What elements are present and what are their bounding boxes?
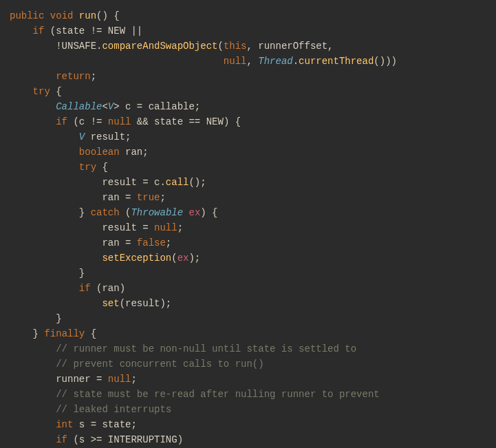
code-line: if (state != NEW || <box>10 25 142 36</box>
code-token: compareAndSwapObject <box>102 41 217 52</box>
code-token: result = c. <box>102 177 165 188</box>
code-token: result = <box>102 222 154 233</box>
code-line: V result; <box>10 131 131 142</box>
code-line: boolean ran; <box>10 147 149 158</box>
code-token: void <box>50 10 74 21</box>
code-token: boolean <box>79 147 120 158</box>
code-line: null, Thread.currentThread())) <box>10 56 397 67</box>
code-token: ) { <box>200 207 217 218</box>
code-token: ; <box>166 237 171 248</box>
code-line: ran = false; <box>10 237 171 248</box>
code-line: if (s >= INTERRUPTING) <box>10 434 183 445</box>
code-token: ex <box>177 253 189 264</box>
code-token: ; <box>131 374 136 385</box>
code-token: { <box>50 86 62 97</box>
code-token: ran = <box>102 237 136 248</box>
code-token: ( <box>217 41 223 52</box>
code-line: setException(ex); <box>10 253 200 264</box>
code-line: int s = state; <box>10 419 137 430</box>
code-token: V <box>79 131 85 142</box>
code-token: run <box>79 10 96 21</box>
code-line: try { <box>10 162 108 173</box>
code-line: } finally { <box>10 328 96 339</box>
code-token: ex <box>189 207 201 218</box>
code-token: s = state; <box>73 419 136 430</box>
code-token: return <box>56 71 90 82</box>
code-token: true <box>137 192 160 203</box>
code-token: ; <box>91 71 96 82</box>
code-line: runner = null; <box>10 374 137 385</box>
code-token: null <box>224 56 247 67</box>
code-token: } <box>79 268 85 279</box>
code-token: (result); <box>120 298 172 309</box>
code-line: // prevent concurrent calls to run() <box>10 359 264 370</box>
code-token: ; <box>177 222 183 233</box>
code-line: } <box>10 268 85 279</box>
code-token: < <box>102 101 107 112</box>
code-token: runner = <box>56 374 108 385</box>
code-line: Callable<V> c = callable; <box>10 101 200 112</box>
code-token: setException <box>102 253 171 264</box>
code-token: // state must be re-read after nulling r… <box>56 389 379 400</box>
code-line: // runner must be non-null until state i… <box>10 343 356 354</box>
code-line: set(result); <box>10 298 171 309</box>
code-token: > c = callable; <box>114 101 200 112</box>
code-token: this <box>224 41 247 52</box>
code-token: int <box>56 419 73 430</box>
code-token: ( <box>171 253 177 264</box>
code-token: Thread <box>258 56 292 67</box>
code-line: return; <box>10 71 96 82</box>
code-token: V <box>108 101 114 112</box>
code-token: null <box>154 222 177 233</box>
code-token: !UNSAFE. <box>56 41 102 52</box>
code-token: catch <box>91 207 120 218</box>
code-line: result = c.call(); <box>10 177 206 188</box>
code-token: currentThread <box>299 56 374 67</box>
code-token: , runnerOffset, <box>246 41 333 52</box>
code-token <box>44 10 50 21</box>
code-token: // runner must be non-null until state i… <box>56 343 356 354</box>
code-token: if <box>79 283 91 294</box>
code-line: try { <box>10 86 62 97</box>
code-token: (c != <box>67 116 108 127</box>
code-token: (ran) <box>91 283 125 294</box>
code-line: if (c != null && state == NEW) { <box>10 116 241 127</box>
code-line: if (ran) <box>10 283 125 294</box>
code-token <box>73 10 78 21</box>
code-line: } catch (Throwable ex) { <box>10 207 218 218</box>
code-token: (); <box>188 177 206 188</box>
code-token: null <box>108 116 131 127</box>
code-token: null <box>108 374 131 385</box>
code-token: ran; <box>120 147 149 158</box>
code-token: public <box>10 10 44 21</box>
code-token: finally <box>44 328 85 339</box>
code-token: ); <box>188 253 200 264</box>
code-line: result = null; <box>10 222 183 233</box>
code-token: && state == NEW) { <box>131 116 241 127</box>
code-token: Callable <box>56 101 102 112</box>
code-token: , <box>246 56 258 67</box>
code-token: // leaked interrupts <box>56 404 171 415</box>
code-token: ; <box>160 192 165 203</box>
code-token: } <box>33 328 45 339</box>
code-token: result; <box>85 131 131 142</box>
code-token: try <box>79 162 96 173</box>
code-token: () { <box>96 10 120 21</box>
code-line: ran = true; <box>10 192 166 203</box>
code-token: // prevent concurrent calls to run() <box>56 359 263 370</box>
code-token: } <box>79 207 91 218</box>
code-token: if <box>56 116 67 127</box>
code-token: call <box>166 177 189 188</box>
code-token: set <box>102 298 119 309</box>
code-line: // leaked interrupts <box>10 404 171 415</box>
code-line: } <box>10 313 62 324</box>
code-token: (state != NEW || <box>44 25 142 36</box>
code-line: public void run() { <box>10 10 120 21</box>
code-token: try <box>33 86 50 97</box>
code-token: (s >= INTERRUPTING) <box>67 434 183 445</box>
code-token: { <box>85 328 96 339</box>
code-token: ran = <box>102 192 136 203</box>
code-token: ())) <box>374 56 397 67</box>
code-token: } <box>56 313 61 324</box>
code-line: !UNSAFE.compareAndSwapObject(this, runne… <box>10 41 334 52</box>
